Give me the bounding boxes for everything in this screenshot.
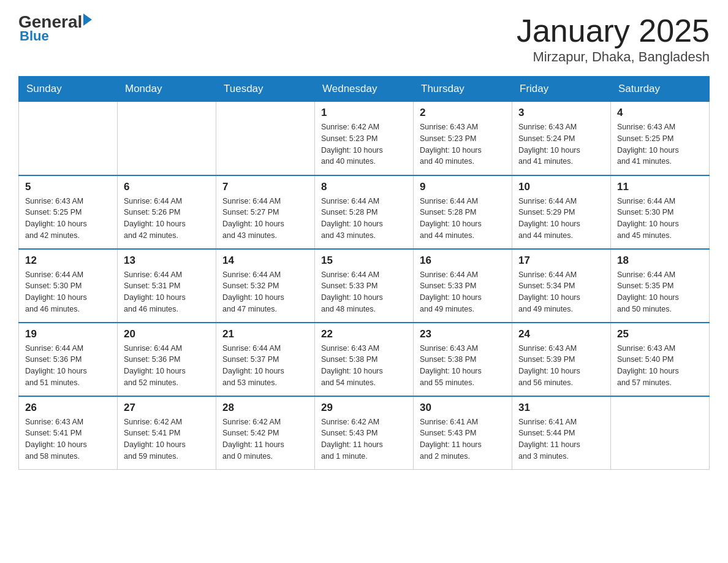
- day-number: 28: [222, 402, 308, 414]
- title-section: January 2025 Mirzapur, Dhaka, Bangladesh: [517, 12, 710, 65]
- calendar-cell: [216, 102, 315, 175]
- day-info: Sunrise: 6:42 AM Sunset: 5:43 PM Dayligh…: [321, 416, 407, 462]
- calendar-week-row: 1Sunrise: 6:42 AM Sunset: 5:23 PM Daylig…: [19, 102, 710, 175]
- weekday-header-thursday: Thursday: [414, 77, 512, 102]
- calendar-cell: 7Sunrise: 6:44 AM Sunset: 5:27 PM Daylig…: [216, 175, 315, 249]
- day-info: Sunrise: 6:44 AM Sunset: 5:32 PM Dayligh…: [222, 269, 308, 315]
- calendar-cell: [118, 102, 216, 175]
- calendar-cell: 31Sunrise: 6:41 AM Sunset: 5:44 PM Dayli…: [512, 396, 611, 470]
- day-info: Sunrise: 6:44 AM Sunset: 5:30 PM Dayligh…: [617, 196, 703, 242]
- weekday-header-saturday: Saturday: [611, 77, 710, 102]
- calendar-cell: 12Sunrise: 6:44 AM Sunset: 5:30 PM Dayli…: [19, 249, 118, 323]
- calendar-cell: 16Sunrise: 6:44 AM Sunset: 5:33 PM Dayli…: [414, 249, 512, 323]
- calendar-cell: 29Sunrise: 6:42 AM Sunset: 5:43 PM Dayli…: [315, 396, 414, 470]
- day-info: Sunrise: 6:44 AM Sunset: 5:28 PM Dayligh…: [420, 196, 506, 242]
- page-header: General Blue January 2025 Mirzapur, Dhak…: [18, 12, 710, 65]
- calendar-cell: [611, 396, 710, 470]
- day-number: 2: [420, 107, 506, 119]
- day-info: Sunrise: 6:44 AM Sunset: 5:37 PM Dayligh…: [222, 343, 308, 389]
- day-number: 18: [617, 255, 703, 267]
- day-number: 23: [420, 328, 506, 340]
- calendar-cell: 10Sunrise: 6:44 AM Sunset: 5:29 PM Dayli…: [512, 175, 611, 249]
- calendar-week-row: 19Sunrise: 6:44 AM Sunset: 5:36 PM Dayli…: [19, 323, 710, 396]
- day-number: 7: [222, 181, 308, 193]
- day-number: 22: [321, 328, 407, 340]
- day-number: 1: [321, 107, 407, 119]
- day-number: 15: [321, 255, 407, 267]
- day-number: 3: [518, 107, 604, 119]
- calendar-week-row: 5Sunrise: 6:43 AM Sunset: 5:25 PM Daylig…: [19, 175, 710, 249]
- day-info: Sunrise: 6:44 AM Sunset: 5:31 PM Dayligh…: [124, 269, 210, 315]
- day-number: 26: [25, 402, 111, 414]
- calendar-week-row: 26Sunrise: 6:43 AM Sunset: 5:41 PM Dayli…: [19, 396, 710, 470]
- day-number: 27: [124, 402, 210, 414]
- day-number: 30: [420, 402, 506, 414]
- calendar-cell: 3Sunrise: 6:43 AM Sunset: 5:24 PM Daylig…: [512, 102, 611, 175]
- day-info: Sunrise: 6:42 AM Sunset: 5:23 PM Dayligh…: [321, 121, 407, 167]
- calendar-cell: 21Sunrise: 6:44 AM Sunset: 5:37 PM Dayli…: [216, 323, 315, 396]
- calendar-cell: 1Sunrise: 6:42 AM Sunset: 5:23 PM Daylig…: [315, 102, 414, 175]
- calendar-cell: 24Sunrise: 6:43 AM Sunset: 5:39 PM Dayli…: [512, 323, 611, 396]
- day-info: Sunrise: 6:44 AM Sunset: 5:33 PM Dayligh…: [420, 269, 506, 315]
- day-info: Sunrise: 6:43 AM Sunset: 5:23 PM Dayligh…: [420, 121, 506, 167]
- day-number: 29: [321, 402, 407, 414]
- day-number: 5: [25, 181, 111, 193]
- day-info: Sunrise: 6:43 AM Sunset: 5:24 PM Dayligh…: [518, 121, 604, 167]
- calendar-cell: 4Sunrise: 6:43 AM Sunset: 5:25 PM Daylig…: [611, 102, 710, 175]
- day-info: Sunrise: 6:43 AM Sunset: 5:40 PM Dayligh…: [617, 343, 703, 389]
- calendar-cell: 30Sunrise: 6:41 AM Sunset: 5:43 PM Dayli…: [414, 396, 512, 470]
- day-info: Sunrise: 6:44 AM Sunset: 5:27 PM Dayligh…: [222, 196, 308, 242]
- calendar-cell: 25Sunrise: 6:43 AM Sunset: 5:40 PM Dayli…: [611, 323, 710, 396]
- month-title: January 2025: [517, 12, 710, 49]
- calendar-cell: [19, 102, 118, 175]
- weekday-header-tuesday: Tuesday: [216, 77, 315, 102]
- location: Mirzapur, Dhaka, Bangladesh: [517, 49, 710, 65]
- day-info: Sunrise: 6:43 AM Sunset: 5:39 PM Dayligh…: [518, 343, 604, 389]
- day-info: Sunrise: 6:41 AM Sunset: 5:43 PM Dayligh…: [420, 416, 506, 462]
- calendar-cell: 14Sunrise: 6:44 AM Sunset: 5:32 PM Dayli…: [216, 249, 315, 323]
- day-number: 16: [420, 255, 506, 267]
- day-info: Sunrise: 6:44 AM Sunset: 5:36 PM Dayligh…: [124, 343, 210, 389]
- day-number: 11: [617, 181, 703, 193]
- logo: General Blue: [18, 12, 92, 44]
- calendar-cell: 5Sunrise: 6:43 AM Sunset: 5:25 PM Daylig…: [19, 175, 118, 249]
- day-info: Sunrise: 6:42 AM Sunset: 5:41 PM Dayligh…: [124, 416, 210, 462]
- calendar-cell: 23Sunrise: 6:43 AM Sunset: 5:38 PM Dayli…: [414, 323, 512, 396]
- day-info: Sunrise: 6:43 AM Sunset: 5:25 PM Dayligh…: [25, 196, 111, 242]
- day-number: 12: [25, 255, 111, 267]
- day-info: Sunrise: 6:44 AM Sunset: 5:28 PM Dayligh…: [321, 196, 407, 242]
- day-info: Sunrise: 6:44 AM Sunset: 5:33 PM Dayligh…: [321, 269, 407, 315]
- day-number: 19: [25, 328, 111, 340]
- day-number: 31: [518, 402, 604, 414]
- day-info: Sunrise: 6:43 AM Sunset: 5:38 PM Dayligh…: [321, 343, 407, 389]
- calendar-cell: 26Sunrise: 6:43 AM Sunset: 5:41 PM Dayli…: [19, 396, 118, 470]
- calendar-cell: 22Sunrise: 6:43 AM Sunset: 5:38 PM Dayli…: [315, 323, 414, 396]
- calendar-cell: 27Sunrise: 6:42 AM Sunset: 5:41 PM Dayli…: [118, 396, 216, 470]
- day-info: Sunrise: 6:44 AM Sunset: 5:34 PM Dayligh…: [518, 269, 604, 315]
- day-number: 25: [617, 328, 703, 340]
- calendar-cell: 20Sunrise: 6:44 AM Sunset: 5:36 PM Dayli…: [118, 323, 216, 396]
- calendar-cell: 9Sunrise: 6:44 AM Sunset: 5:28 PM Daylig…: [414, 175, 512, 249]
- weekday-header-friday: Friday: [512, 77, 611, 102]
- day-number: 17: [518, 255, 604, 267]
- day-number: 9: [420, 181, 506, 193]
- day-info: Sunrise: 6:41 AM Sunset: 5:44 PM Dayligh…: [518, 416, 604, 462]
- day-number: 4: [617, 107, 703, 119]
- day-number: 13: [124, 255, 210, 267]
- calendar-cell: 18Sunrise: 6:44 AM Sunset: 5:35 PM Dayli…: [611, 249, 710, 323]
- calendar-cell: 6Sunrise: 6:44 AM Sunset: 5:26 PM Daylig…: [118, 175, 216, 249]
- calendar-table: SundayMondayTuesdayWednesdayThursdayFrid…: [18, 76, 710, 470]
- day-info: Sunrise: 6:42 AM Sunset: 5:42 PM Dayligh…: [222, 416, 308, 462]
- logo-triangle-icon: [83, 13, 92, 26]
- weekday-header-monday: Monday: [118, 77, 216, 102]
- calendar-cell: 8Sunrise: 6:44 AM Sunset: 5:28 PM Daylig…: [315, 175, 414, 249]
- day-number: 10: [518, 181, 604, 193]
- day-info: Sunrise: 6:44 AM Sunset: 5:36 PM Dayligh…: [25, 343, 111, 389]
- day-info: Sunrise: 6:44 AM Sunset: 5:29 PM Dayligh…: [518, 196, 604, 242]
- day-number: 21: [222, 328, 308, 340]
- calendar-cell: 2Sunrise: 6:43 AM Sunset: 5:23 PM Daylig…: [414, 102, 512, 175]
- calendar-week-row: 12Sunrise: 6:44 AM Sunset: 5:30 PM Dayli…: [19, 249, 710, 323]
- day-info: Sunrise: 6:44 AM Sunset: 5:35 PM Dayligh…: [617, 269, 703, 315]
- day-info: Sunrise: 6:43 AM Sunset: 5:41 PM Dayligh…: [25, 416, 111, 462]
- day-info: Sunrise: 6:44 AM Sunset: 5:26 PM Dayligh…: [124, 196, 210, 242]
